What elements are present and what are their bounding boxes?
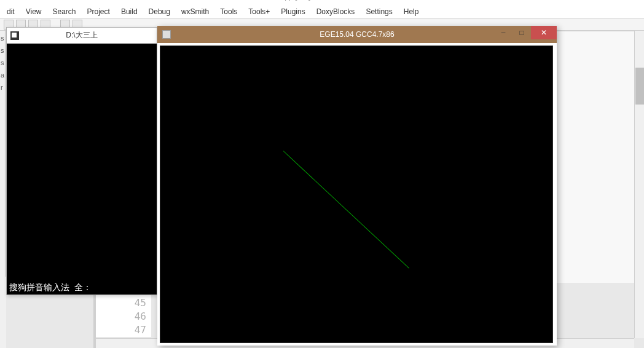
menu-search[interactable]: Search — [47, 6, 81, 18]
scrollbar-vertical[interactable] — [634, 31, 644, 338]
ege-window: EGE15.04 GCC4.7x86 – □ ✕ — [157, 26, 557, 346]
menu-debug[interactable]: Debug — [143, 6, 176, 18]
left-tab-r[interactable]: r — [0, 84, 6, 91]
minimize-button[interactable]: – — [494, 26, 512, 39]
maximize-button[interactable]: □ — [512, 26, 531, 39]
gutter-line: 46 — [96, 310, 146, 323]
gutter-line: 45 — [96, 296, 146, 310]
app-icon — [162, 30, 171, 39]
console-body[interactable]: 搜狗拼音输入法 全： — [7, 44, 157, 295]
scrollbar-thumb[interactable] — [635, 68, 644, 105]
ime-status: 搜狗拼音输入法 全： — [9, 282, 92, 293]
menu-build[interactable]: Build — [116, 6, 143, 18]
menu-settings[interactable]: Settings — [360, 6, 398, 18]
cmd-icon — [10, 31, 19, 40]
console-title: D:\大三上 — [66, 30, 97, 41]
console-titlebar[interactable]: D:\大三上 — [7, 28, 157, 44]
menu-toolsplus[interactable]: Tools+ — [243, 6, 275, 18]
left-tab-files[interactable]: s — [0, 47, 6, 54]
menu-plugins[interactable]: Plugins — [275, 6, 310, 18]
close-button[interactable]: ✕ — [531, 26, 557, 39]
console-window: D:\大三上 搜狗拼音输入法 全： — [6, 27, 157, 295]
gutter-line: 47 — [96, 323, 146, 337]
menu-project[interactable]: Project — [82, 6, 116, 18]
ege-canvas — [160, 45, 553, 343]
menu-wxsmith[interactable]: wxSmith — [176, 6, 214, 18]
menu-edit[interactable]: dit — [1, 6, 20, 18]
menu-help[interactable]: Help — [398, 6, 425, 18]
ide-titlebar: main.cpp [line] - Code::Blocks 12.11 — [0, 0, 644, 5]
left-tab-watches[interactable]: s — [0, 59, 6, 66]
menubar: dit View Search Project Build Debug wxSm… — [0, 5, 644, 18]
menu-doxyblocks[interactable]: DoxyBlocks — [311, 6, 361, 18]
drawn-line — [283, 151, 409, 269]
ege-title: EGE15.04 GCC4.7x86 — [320, 30, 394, 39]
left-tab-a[interactable]: a — [0, 71, 6, 79]
left-panel: s s s a r — [0, 31, 6, 277]
menu-view[interactable]: View — [20, 6, 47, 18]
left-tab-symbols[interactable]: s — [0, 34, 6, 42]
menu-tools[interactable]: Tools — [214, 6, 243, 18]
window-controls: – □ ✕ — [494, 26, 557, 39]
ege-titlebar[interactable]: EGE15.04 GCC4.7x86 – □ ✕ — [157, 26, 557, 43]
